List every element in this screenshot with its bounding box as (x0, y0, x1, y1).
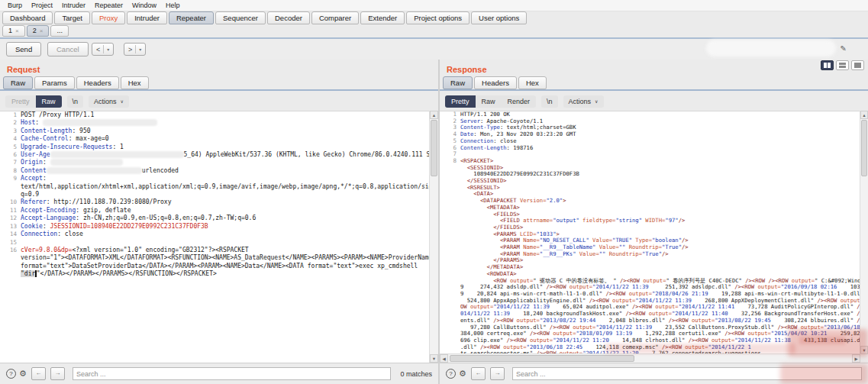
gear-icon[interactable]: ⚙ (459, 369, 466, 378)
repeater-tab-[interactable]: ... (50, 25, 69, 37)
line-number (440, 224, 460, 231)
request-tab-params[interactable]: Params (34, 76, 75, 89)
line-number (440, 298, 460, 305)
tab-intruder[interactable]: Intruder (127, 11, 167, 24)
code-line: 2Host: (0, 119, 438, 127)
help-icon[interactable]: ? (446, 369, 456, 379)
line-number (440, 198, 460, 205)
response-tab-headers[interactable]: Headers (474, 76, 517, 89)
code-text: User-Age5_64) AppleWebKit/537.36 (KHTML,… (21, 151, 438, 159)
code-line: format="text">DataSetProviderData</DATA>… (0, 263, 438, 270)
line-number: 5 (440, 138, 460, 145)
search-input[interactable] (512, 367, 862, 380)
tab-proxy[interactable]: Proxy (92, 11, 125, 24)
pretty-toggle[interactable]: Pretty (5, 95, 36, 108)
actions-menu-button[interactable]: Actions ∨ (563, 95, 604, 108)
raw-toggle[interactable]: Raw (476, 95, 502, 108)
request-tab-headers[interactable]: Headers (76, 76, 119, 89)
edit-target-icon[interactable]: ✎ (841, 44, 847, 53)
search-prev-button[interactable]: ← (31, 367, 46, 380)
close-tab-icon[interactable]: × (15, 27, 19, 35)
code-text: Cookie: JSESSIONID=108940E22DD279E0992C2… (21, 223, 208, 231)
code-text: version="1"><DATAFORMAT>XML</DATAFORMAT>… (21, 254, 438, 262)
response-tab-hex[interactable]: Hex (518, 76, 547, 89)
prev-request-button[interactable]: < ▾ (92, 43, 114, 56)
raw-toggle[interactable]: Raw (36, 95, 62, 108)
next-request-button[interactable]: > ▾ (124, 43, 146, 56)
tab-comparer[interactable]: Comparer (311, 11, 359, 24)
code-line: </SESSIONID> (440, 178, 868, 185)
actions-label: Actions (569, 98, 592, 105)
scroll-up-icon[interactable]: ▲ (860, 111, 868, 119)
code-text: q=0.9 (21, 191, 39, 198)
code-line: 15 (0, 239, 438, 247)
code-text: "dir"</DATA></PARAM></PARAMS></RSFUNCTIO… (21, 270, 217, 278)
code-line: <RSRESULT> (440, 185, 868, 192)
linebreaks-toggle[interactable]: \n (67, 95, 84, 108)
actions-menu-button[interactable]: Actions ∨ (89, 95, 129, 108)
scroll-right-icon[interactable]: ▶ (852, 354, 860, 363)
close-tab-icon[interactable]: × (40, 27, 44, 35)
tab-repeater[interactable]: Repeater (169, 11, 214, 24)
gear-icon[interactable]: ⚙ (19, 369, 27, 378)
layout-columns-button[interactable] (821, 60, 834, 70)
layout-buttons (821, 60, 864, 70)
tab-sequencer[interactable]: Sequencer (215, 11, 266, 24)
repeater-toolbar: Send Cancel < ▾ > ▾ ✎ (0, 39, 868, 60)
chevron-down-icon[interactable]: ▾ (107, 47, 109, 52)
request-tab-raw[interactable]: Raw (3, 76, 33, 89)
line-number (440, 231, 460, 238)
scroll-down-icon[interactable]: ▼ (430, 354, 438, 363)
request-tab-hex[interactable]: Hex (121, 76, 149, 89)
divider (0, 89, 438, 91)
line-number: 8 (0, 167, 21, 175)
menu-repeater[interactable]: Repeater (90, 2, 127, 9)
repeater-tab-2[interactable]: 2× (27, 25, 50, 37)
response-editor[interactable]: 1HTTP/1.1 200 OK2Server: Apache-Coyote/1… (440, 111, 868, 354)
repeater-tab-1[interactable]: 1× (2, 25, 25, 37)
render-toggle[interactable]: Render (502, 95, 537, 108)
tab-user-options[interactable]: User options (471, 11, 527, 24)
code-text: Content-Length: 198716 (460, 145, 533, 152)
scroll-down-icon[interactable]: ▼ (860, 346, 868, 354)
send-button[interactable]: Send (6, 42, 41, 56)
menu-intruder[interactable]: Intruder (57, 2, 90, 9)
pretty-toggle[interactable]: Pretty (445, 95, 476, 108)
scrollbar-thumb[interactable] (861, 120, 867, 176)
search-next-button[interactable]: → (50, 367, 65, 380)
menu-window[interactable]: Window (127, 2, 161, 9)
line-number (440, 244, 460, 251)
layout-rows-button[interactable] (836, 60, 849, 70)
scroll-up-icon[interactable]: ▲ (430, 111, 438, 119)
line-number: 7 (440, 151, 460, 158)
response-tab-raw[interactable]: Raw (443, 76, 473, 89)
search-next-button[interactable]: → (490, 367, 505, 380)
scrollbar-thumb[interactable] (431, 120, 437, 176)
help-icon[interactable]: ? (6, 369, 16, 379)
chevron-down-icon[interactable]: ▾ (139, 47, 141, 52)
code-line: 6Content-Length: 198716 (440, 145, 868, 152)
layout-single-button[interactable] (851, 60, 864, 70)
request-editor[interactable]: 1POST /Proxy HTTP/1.12Host: 3Content-Len… (0, 111, 438, 363)
line-number (440, 278, 460, 285)
line-number: 6 (440, 145, 460, 152)
tab-dashboard[interactable]: Dashboard (2, 11, 53, 24)
search-input[interactable] (73, 367, 392, 380)
tab-project-options[interactable]: Project options (406, 11, 469, 24)
linebreaks-toggle[interactable]: \n (541, 95, 558, 108)
tab-extender[interactable]: Extender (360, 11, 405, 24)
cancel-button[interactable]: Cancel (47, 42, 89, 56)
scroll-left-icon[interactable]: ◀ (440, 354, 448, 363)
target-url-redacted (706, 40, 836, 56)
code-text: Content-Length: 950 (21, 127, 91, 135)
menu-project[interactable]: Project (27, 2, 57, 9)
menu-burp[interactable]: Burp (3, 2, 27, 9)
tab-decoder[interactable]: Decoder (267, 11, 310, 24)
line-number: 13 (0, 223, 21, 231)
search-prev-button[interactable]: ← (471, 367, 486, 380)
line-number: 15 (0, 239, 21, 247)
tab-target[interactable]: Target (54, 11, 89, 24)
scrollbar-thumb[interactable] (450, 355, 634, 362)
code-line: 12Accept-Language: zh-CN,zh;q=0.9,en-US;… (0, 215, 438, 222)
menu-help[interactable]: Help (161, 2, 185, 9)
